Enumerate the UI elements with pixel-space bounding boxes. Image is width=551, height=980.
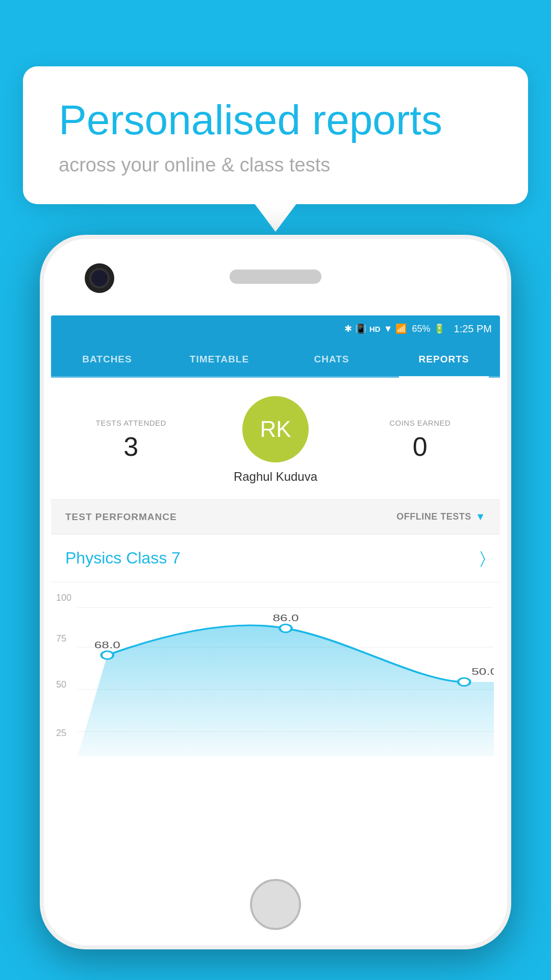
chevron-down-icon: ▼ — [475, 511, 486, 523]
front-camera — [85, 263, 114, 293]
signal-icon: 📶 — [395, 323, 407, 334]
y-label-75: 75 — [56, 633, 66, 644]
tests-attended-block: TESTS ATTENDED 3 — [65, 419, 197, 462]
screen: ✱ 📳 HD ▼ 📶 65% 🔋 1:25 PM BATCHES TIMETAB… — [51, 315, 500, 874]
chevron-right-icon: 〉 — [480, 549, 486, 568]
home-button[interactable] — [250, 879, 301, 930]
speech-card: Personalised reports across your online … — [23, 66, 528, 204]
battery-pct: 65% — [412, 324, 430, 334]
phone-inner: ✱ 📳 HD ▼ 📶 65% 🔋 1:25 PM BATCHES TIMETAB… — [44, 239, 507, 945]
battery-icon: 🔋 — [434, 323, 445, 334]
card-title: Personalised reports — [59, 97, 492, 143]
hd-icon: HD — [369, 325, 381, 333]
data-label-1: 68.0 — [94, 640, 120, 650]
tab-chats[interactable]: CHATS — [276, 342, 388, 376]
bluetooth-icon: ✱ — [344, 323, 352, 334]
data-point-2 — [280, 624, 291, 632]
performance-header: TEST PERFORMANCE OFFLINE TESTS ▼ — [51, 500, 500, 534]
data-label-2: 86.0 — [272, 614, 298, 624]
tab-reports[interactable]: REPORTS — [388, 342, 500, 376]
tab-timetable[interactable]: TIMETABLE — [163, 342, 276, 376]
wifi-icon: ▼ — [384, 324, 393, 334]
user-name: Raghul Kuduva — [234, 470, 317, 484]
speaker — [230, 270, 321, 284]
data-label-3: 50.0 — [471, 667, 494, 677]
perf-label: TEST PERFORMANCE — [65, 511, 177, 523]
coins-earned-label: COINS EARNED — [355, 419, 486, 427]
phone-shell: ✱ 📳 HD ▼ 📶 65% 🔋 1:25 PM BATCHES TIMETAB… — [40, 235, 511, 949]
status-icons: ✱ 📳 HD ▼ 📶 65% 🔋 — [344, 323, 445, 334]
status-bar: ✱ 📳 HD ▼ 📶 65% 🔋 1:25 PM — [51, 315, 500, 342]
user-center: RK Raghul Kuduva — [197, 396, 355, 484]
card-subtitle: across your online & class tests — [59, 154, 492, 176]
status-time: 1:25 PM — [454, 323, 492, 335]
tab-batches[interactable]: BATCHES — [51, 342, 163, 376]
nav-tabs: BATCHES TIMETABLE CHATS REPORTS — [51, 342, 500, 378]
user-section: TESTS ATTENDED 3 RK Raghul Kuduva COINS … — [51, 378, 500, 500]
class-name: Physics Class 7 — [65, 549, 181, 568]
coins-earned-value: 0 — [355, 431, 486, 462]
data-point-3 — [458, 678, 470, 686]
tests-attended-label: TESTS ATTENDED — [65, 419, 197, 427]
chart-area: 100 75 50 25 — [51, 582, 500, 776]
vibrate-icon: 📳 — [355, 323, 366, 334]
tests-attended-value: 3 — [65, 431, 197, 462]
y-label-50: 50 — [56, 679, 66, 690]
y-label-25: 25 — [56, 728, 66, 739]
data-point-1 — [102, 651, 113, 659]
avatar: RK — [242, 396, 309, 462]
class-row[interactable]: Physics Class 7 〉 — [51, 534, 500, 582]
y-label-100: 100 — [56, 593, 71, 603]
coins-earned-block: COINS EARNED 0 — [355, 419, 486, 462]
offline-tests-filter[interactable]: OFFLINE TESTS ▼ — [396, 511, 486, 523]
line-chart: 68.0 86.0 50.0 — [78, 593, 494, 771]
